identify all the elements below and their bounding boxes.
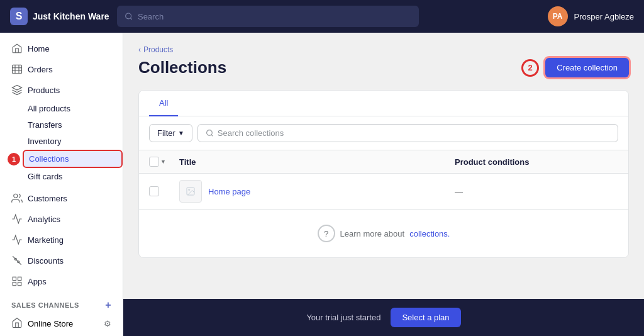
sidebar-item-products[interactable]: Products <box>4 80 119 100</box>
page-title: Collections <box>138 58 226 77</box>
row-conditions: — <box>455 187 618 196</box>
search-collections-input-wrapper[interactable] <box>197 124 618 142</box>
sidebar-item-products-label: Products <box>28 86 60 95</box>
sidebar-item-analytics[interactable]: Analytics <box>4 209 119 229</box>
sidebar-item-home-label: Home <box>28 44 50 53</box>
header-actions: 2 Create collection <box>521 58 629 77</box>
main-layout: Home Orders Products All products Transf… <box>0 33 644 336</box>
svg-point-10 <box>206 130 212 136</box>
page-content: ‹ Products Collections 2 Create collecti… <box>123 33 644 299</box>
trial-banner: Your trial just started Select a plan <box>123 299 644 336</box>
header-checkbox[interactable] <box>149 157 159 167</box>
sidebar-item-apps[interactable]: Apps <box>4 271 119 291</box>
brand-logo-area[interactable]: S Just Kitchen Ware <box>10 8 109 25</box>
svg-point-2 <box>14 194 18 198</box>
header-checkbox-area: ▼ <box>149 157 179 167</box>
svg-rect-7 <box>18 283 21 286</box>
dropdown-arrow-icon: ▼ <box>178 130 184 137</box>
svg-rect-1 <box>13 65 22 74</box>
sidebar-item-home[interactable]: Home <box>4 38 119 59</box>
brand-name: Just Kitchen Ware <box>33 11 109 21</box>
sidebar-item-orders-label: Orders <box>28 65 53 74</box>
table-row: Home page — <box>139 174 628 210</box>
page-header: Collections 2 Create collection <box>138 58 629 77</box>
svg-rect-5 <box>13 277 16 280</box>
tab-all[interactable]: All <box>149 91 178 116</box>
sidebar-item-customers-label: Customers <box>28 194 67 203</box>
breadcrumb-label: Products <box>143 45 173 54</box>
products-icon <box>11 84 23 96</box>
online-store-icon <box>11 317 23 330</box>
sidebar-item-customers[interactable]: Customers <box>4 188 119 208</box>
subnav-all-products[interactable]: All products <box>23 101 123 116</box>
annotation-1: 1 <box>8 153 20 165</box>
subnav-collections[interactable]: Collections 1 <box>23 150 123 168</box>
learn-more-section: ? Learn more about collections. <box>139 210 628 257</box>
search-icon <box>125 12 133 21</box>
search-collections-icon <box>206 129 214 137</box>
collections-card: All Filter ▼ <box>138 90 629 258</box>
main-content-area: ‹ Products Collections 2 Create collecti… <box>123 33 644 336</box>
sidebar-item-analytics-label: Analytics <box>28 215 60 224</box>
table-header-checkbox-cell: ▼ <box>149 157 179 167</box>
sidebar-item-online-store[interactable]: Online Store ⚙ <box>4 314 119 333</box>
home-icon <box>11 43 23 54</box>
row-title[interactable]: Home page <box>208 187 455 196</box>
chevron-left-icon: ‹ <box>138 45 141 54</box>
shopify-logo: S <box>10 8 28 25</box>
search-input[interactable] <box>138 12 411 21</box>
svg-point-12 <box>189 189 190 191</box>
sidebar-item-marketing-label: Marketing <box>28 235 64 245</box>
online-store-left: Online Store <box>11 317 73 330</box>
apps-icon <box>11 276 23 287</box>
online-store-label: Online Store <box>28 319 73 328</box>
sidebar-item-discounts-label: Discounts <box>28 256 64 266</box>
create-collection-button[interactable]: Create collection <box>545 58 629 77</box>
filter-row: Filter ▼ <box>139 116 628 150</box>
tabs-row: All <box>139 91 628 116</box>
add-sales-channel-icon[interactable]: + <box>105 300 111 311</box>
discounts-icon <box>11 255 23 266</box>
annotation-2-circle: 2 <box>521 59 539 77</box>
customers-icon <box>11 193 23 204</box>
online-store-settings-icon[interactable]: ⚙ <box>104 319 111 328</box>
table-header: ▼ Title Product conditions <box>139 150 628 174</box>
select-plan-button[interactable]: Select a plan <box>391 308 460 327</box>
search-bar[interactable] <box>117 6 419 27</box>
top-navigation: S Just Kitchen Ware PA Prosper Agbleze <box>0 0 644 33</box>
marketing-icon <box>11 234 23 245</box>
sidebar-nav: Home Orders Products All products Transf… <box>0 33 123 336</box>
sidebar-item-marketing[interactable]: Marketing <box>4 230 119 250</box>
subnav-gift-cards[interactable]: Gift cards <box>23 169 123 184</box>
sidebar: Home Orders Products All products Transf… <box>0 33 123 336</box>
sidebar-item-orders[interactable]: Orders <box>4 59 119 79</box>
svg-rect-8 <box>13 283 16 286</box>
filter-button[interactable]: Filter ▼ <box>149 124 192 142</box>
svg-rect-6 <box>18 277 21 280</box>
analytics-icon <box>11 213 23 225</box>
orders-icon <box>11 64 23 75</box>
user-area: PA Prosper Agbleze <box>548 6 634 26</box>
avatar[interactable]: PA <box>548 6 568 26</box>
row-checkbox[interactable] <box>149 186 159 196</box>
table-header-conditions: Product conditions <box>455 157 618 167</box>
sales-channels-header: SALES CHANNELS + <box>0 292 123 313</box>
svg-point-0 <box>125 13 131 19</box>
user-name: Prosper Agbleze <box>574 12 634 21</box>
sidebar-item-discounts[interactable]: Discounts <box>4 250 119 271</box>
trial-text: Your trial just started <box>306 313 380 322</box>
subnav-transfers[interactable]: Transfers <box>23 117 123 133</box>
table-header-title: Title <box>179 157 455 167</box>
subnav-inventory[interactable]: Inventory <box>23 133 123 149</box>
row-checkbox-cell <box>149 186 179 196</box>
learn-more-link[interactable]: collections. <box>409 229 450 238</box>
breadcrumb[interactable]: ‹ Products <box>138 45 629 54</box>
row-thumbnail <box>179 180 202 203</box>
checkbox-dropdown-arrow[interactable]: ▼ <box>160 159 166 165</box>
learn-more-icon: ? <box>318 225 335 242</box>
sidebar-item-apps-label: Apps <box>28 277 47 286</box>
products-subnav: All products Transfers Inventory Collect… <box>0 101 123 188</box>
search-collections-input[interactable] <box>218 128 610 138</box>
learn-more-text: Learn more about <box>340 229 405 238</box>
